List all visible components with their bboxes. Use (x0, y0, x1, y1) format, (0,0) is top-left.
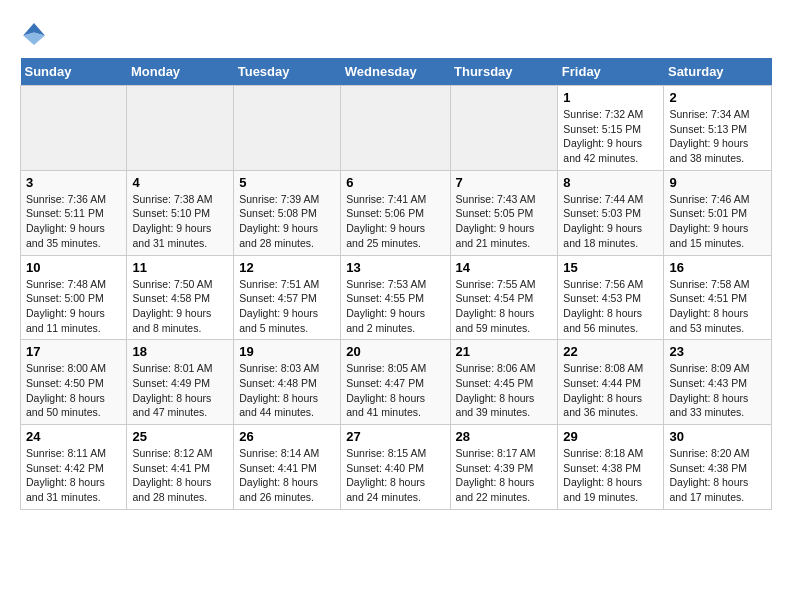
calendar-cell: 25Sunrise: 8:12 AM Sunset: 4:41 PM Dayli… (127, 425, 234, 510)
calendar-cell: 29Sunrise: 8:18 AM Sunset: 4:38 PM Dayli… (558, 425, 664, 510)
calendar-cell: 9Sunrise: 7:46 AM Sunset: 5:01 PM Daylig… (664, 170, 772, 255)
day-number: 27 (346, 429, 444, 444)
day-number: 9 (669, 175, 766, 190)
calendar-cell: 16Sunrise: 7:58 AM Sunset: 4:51 PM Dayli… (664, 255, 772, 340)
calendar-header: SundayMondayTuesdayWednesdayThursdayFrid… (21, 58, 772, 86)
calendar-cell: 8Sunrise: 7:44 AM Sunset: 5:03 PM Daylig… (558, 170, 664, 255)
day-number: 10 (26, 260, 121, 275)
day-number: 20 (346, 344, 444, 359)
weekday-header: Saturday (664, 58, 772, 86)
calendar-cell: 1Sunrise: 7:32 AM Sunset: 5:15 PM Daylig… (558, 86, 664, 171)
calendar-week: 1Sunrise: 7:32 AM Sunset: 5:15 PM Daylig… (21, 86, 772, 171)
calendar-cell: 11Sunrise: 7:50 AM Sunset: 4:58 PM Dayli… (127, 255, 234, 340)
day-number: 18 (132, 344, 228, 359)
day-info: Sunrise: 7:46 AM Sunset: 5:01 PM Dayligh… (669, 192, 766, 251)
day-info: Sunrise: 7:50 AM Sunset: 4:58 PM Dayligh… (132, 277, 228, 336)
day-info: Sunrise: 8:01 AM Sunset: 4:49 PM Dayligh… (132, 361, 228, 420)
calendar-week: 10Sunrise: 7:48 AM Sunset: 5:00 PM Dayli… (21, 255, 772, 340)
logo-icon (20, 20, 48, 48)
calendar-week: 17Sunrise: 8:00 AM Sunset: 4:50 PM Dayli… (21, 340, 772, 425)
calendar-cell: 21Sunrise: 8:06 AM Sunset: 4:45 PM Dayli… (450, 340, 558, 425)
calendar-cell: 10Sunrise: 7:48 AM Sunset: 5:00 PM Dayli… (21, 255, 127, 340)
calendar-week: 3Sunrise: 7:36 AM Sunset: 5:11 PM Daylig… (21, 170, 772, 255)
calendar-cell (450, 86, 558, 171)
day-info: Sunrise: 8:11 AM Sunset: 4:42 PM Dayligh… (26, 446, 121, 505)
day-number: 29 (563, 429, 658, 444)
day-number: 11 (132, 260, 228, 275)
day-number: 14 (456, 260, 553, 275)
day-info: Sunrise: 7:38 AM Sunset: 5:10 PM Dayligh… (132, 192, 228, 251)
day-number: 30 (669, 429, 766, 444)
day-number: 6 (346, 175, 444, 190)
calendar-cell (234, 86, 341, 171)
calendar-cell (341, 86, 450, 171)
day-info: Sunrise: 7:51 AM Sunset: 4:57 PM Dayligh… (239, 277, 335, 336)
logo (20, 20, 52, 48)
day-info: Sunrise: 7:43 AM Sunset: 5:05 PM Dayligh… (456, 192, 553, 251)
weekday-header: Thursday (450, 58, 558, 86)
day-info: Sunrise: 7:36 AM Sunset: 5:11 PM Dayligh… (26, 192, 121, 251)
day-info: Sunrise: 8:06 AM Sunset: 4:45 PM Dayligh… (456, 361, 553, 420)
day-info: Sunrise: 8:20 AM Sunset: 4:38 PM Dayligh… (669, 446, 766, 505)
calendar-cell: 6Sunrise: 7:41 AM Sunset: 5:06 PM Daylig… (341, 170, 450, 255)
day-info: Sunrise: 8:03 AM Sunset: 4:48 PM Dayligh… (239, 361, 335, 420)
day-info: Sunrise: 7:44 AM Sunset: 5:03 PM Dayligh… (563, 192, 658, 251)
day-info: Sunrise: 8:18 AM Sunset: 4:38 PM Dayligh… (563, 446, 658, 505)
day-number: 17 (26, 344, 121, 359)
calendar-cell: 24Sunrise: 8:11 AM Sunset: 4:42 PM Dayli… (21, 425, 127, 510)
day-number: 26 (239, 429, 335, 444)
weekday-header: Sunday (21, 58, 127, 86)
day-info: Sunrise: 8:08 AM Sunset: 4:44 PM Dayligh… (563, 361, 658, 420)
calendar-cell: 5Sunrise: 7:39 AM Sunset: 5:08 PM Daylig… (234, 170, 341, 255)
weekday-header: Wednesday (341, 58, 450, 86)
day-info: Sunrise: 8:15 AM Sunset: 4:40 PM Dayligh… (346, 446, 444, 505)
calendar-cell: 2Sunrise: 7:34 AM Sunset: 5:13 PM Daylig… (664, 86, 772, 171)
weekday-header: Friday (558, 58, 664, 86)
day-info: Sunrise: 7:55 AM Sunset: 4:54 PM Dayligh… (456, 277, 553, 336)
day-number: 23 (669, 344, 766, 359)
day-number: 5 (239, 175, 335, 190)
weekday-header: Monday (127, 58, 234, 86)
day-number: 28 (456, 429, 553, 444)
calendar-cell: 20Sunrise: 8:05 AM Sunset: 4:47 PM Dayli… (341, 340, 450, 425)
day-number: 16 (669, 260, 766, 275)
calendar-cell (127, 86, 234, 171)
day-info: Sunrise: 7:41 AM Sunset: 5:06 PM Dayligh… (346, 192, 444, 251)
weekday-header: Tuesday (234, 58, 341, 86)
calendar-cell: 17Sunrise: 8:00 AM Sunset: 4:50 PM Dayli… (21, 340, 127, 425)
day-number: 22 (563, 344, 658, 359)
calendar-cell: 4Sunrise: 7:38 AM Sunset: 5:10 PM Daylig… (127, 170, 234, 255)
day-info: Sunrise: 7:56 AM Sunset: 4:53 PM Dayligh… (563, 277, 658, 336)
day-number: 21 (456, 344, 553, 359)
calendar-cell: 3Sunrise: 7:36 AM Sunset: 5:11 PM Daylig… (21, 170, 127, 255)
day-number: 24 (26, 429, 121, 444)
day-info: Sunrise: 7:53 AM Sunset: 4:55 PM Dayligh… (346, 277, 444, 336)
day-info: Sunrise: 7:34 AM Sunset: 5:13 PM Dayligh… (669, 107, 766, 166)
calendar-cell: 28Sunrise: 8:17 AM Sunset: 4:39 PM Dayli… (450, 425, 558, 510)
day-number: 7 (456, 175, 553, 190)
day-number: 3 (26, 175, 121, 190)
day-number: 15 (563, 260, 658, 275)
day-number: 25 (132, 429, 228, 444)
calendar-cell: 18Sunrise: 8:01 AM Sunset: 4:49 PM Dayli… (127, 340, 234, 425)
calendar-cell: 19Sunrise: 8:03 AM Sunset: 4:48 PM Dayli… (234, 340, 341, 425)
day-info: Sunrise: 8:12 AM Sunset: 4:41 PM Dayligh… (132, 446, 228, 505)
calendar-cell: 22Sunrise: 8:08 AM Sunset: 4:44 PM Dayli… (558, 340, 664, 425)
page-header (20, 20, 772, 48)
calendar-week: 24Sunrise: 8:11 AM Sunset: 4:42 PM Dayli… (21, 425, 772, 510)
day-info: Sunrise: 7:48 AM Sunset: 5:00 PM Dayligh… (26, 277, 121, 336)
day-number: 2 (669, 90, 766, 105)
day-info: Sunrise: 7:39 AM Sunset: 5:08 PM Dayligh… (239, 192, 335, 251)
day-info: Sunrise: 8:09 AM Sunset: 4:43 PM Dayligh… (669, 361, 766, 420)
calendar-cell: 15Sunrise: 7:56 AM Sunset: 4:53 PM Dayli… (558, 255, 664, 340)
calendar-cell: 23Sunrise: 8:09 AM Sunset: 4:43 PM Dayli… (664, 340, 772, 425)
day-info: Sunrise: 8:14 AM Sunset: 4:41 PM Dayligh… (239, 446, 335, 505)
calendar-table: SundayMondayTuesdayWednesdayThursdayFrid… (20, 58, 772, 510)
calendar-cell: 14Sunrise: 7:55 AM Sunset: 4:54 PM Dayli… (450, 255, 558, 340)
calendar-cell (21, 86, 127, 171)
day-number: 4 (132, 175, 228, 190)
day-info: Sunrise: 8:00 AM Sunset: 4:50 PM Dayligh… (26, 361, 121, 420)
calendar-cell: 12Sunrise: 7:51 AM Sunset: 4:57 PM Dayli… (234, 255, 341, 340)
day-info: Sunrise: 8:05 AM Sunset: 4:47 PM Dayligh… (346, 361, 444, 420)
calendar-cell: 30Sunrise: 8:20 AM Sunset: 4:38 PM Dayli… (664, 425, 772, 510)
